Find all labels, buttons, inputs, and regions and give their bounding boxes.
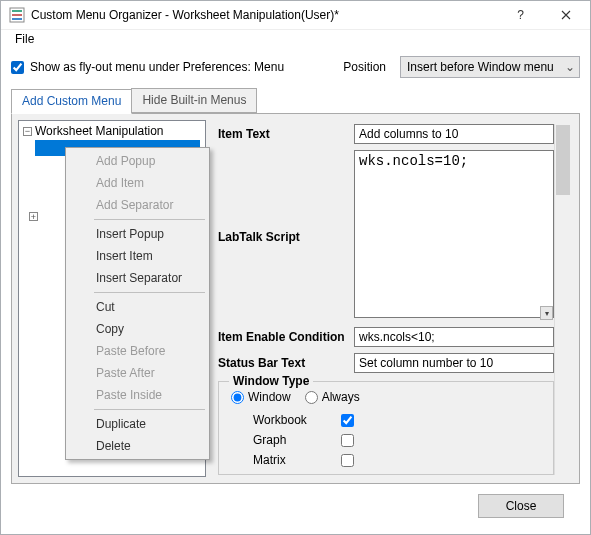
dialog-footer: Close xyxy=(11,484,580,528)
position-label: Position xyxy=(343,60,386,74)
matrix-label: Matrix xyxy=(253,453,341,467)
item-text-input[interactable] xyxy=(354,124,554,144)
chevron-down-icon: ⌄ xyxy=(565,60,575,74)
options-row: Show as fly-out menu under Preferences: … xyxy=(11,56,580,78)
radio-always[interactable] xyxy=(305,391,318,404)
position-combo[interactable]: Insert before Window menu ⌄ xyxy=(400,56,580,78)
titlebar: Custom Menu Organizer - Worksheet Manipu… xyxy=(1,1,590,30)
tab-content: − Worksheet Manipulation + Add Popup Add… xyxy=(11,114,580,484)
enable-label: Item Enable Condition xyxy=(218,330,348,344)
tree-root-node[interactable]: − Worksheet Manipulation xyxy=(21,123,203,139)
cm-paste-after: Paste After xyxy=(68,362,207,384)
svg-rect-3 xyxy=(12,18,22,20)
matrix-row: Matrix xyxy=(231,450,545,470)
cm-add-popup: Add Popup xyxy=(68,150,207,172)
cm-paste-before: Paste Before xyxy=(68,340,207,362)
tree-root-label: Worksheet Manipulation xyxy=(35,124,164,138)
script-wrap: ▾ xyxy=(354,150,554,321)
status-label: Status Bar Text xyxy=(218,356,348,370)
svg-rect-1 xyxy=(12,10,22,12)
collapse-icon[interactable]: − xyxy=(23,127,32,136)
cm-delete[interactable]: Delete xyxy=(68,435,207,457)
tab-hide-builtin[interactable]: Hide Built-in Menus xyxy=(131,88,257,113)
menu-file[interactable]: File xyxy=(7,30,42,48)
close-window-button[interactable] xyxy=(543,1,588,29)
menubar: File xyxy=(1,30,590,48)
cm-copy[interactable]: Copy xyxy=(68,318,207,340)
cm-duplicate[interactable]: Duplicate xyxy=(68,413,207,435)
item-text-label: Item Text xyxy=(218,127,348,141)
cm-separator xyxy=(94,409,205,410)
cm-separator xyxy=(94,292,205,293)
radio-window-label[interactable]: Window xyxy=(231,390,291,404)
window-type-title: Window Type xyxy=(229,374,313,388)
workbook-row: Workbook xyxy=(231,410,545,430)
cm-separator xyxy=(94,219,205,220)
app-icon xyxy=(9,7,25,23)
window-type-group: Window Type Window Always Workbook Graph xyxy=(218,381,554,475)
expand-icon[interactable]: + xyxy=(29,212,38,221)
workbook-label: Workbook xyxy=(253,413,341,427)
cm-add-item: Add Item xyxy=(68,172,207,194)
graph-row: Graph xyxy=(231,430,545,450)
status-input[interactable] xyxy=(354,353,554,373)
cm-insert-item[interactable]: Insert Item xyxy=(68,245,207,267)
scroll-thumb[interactable] xyxy=(556,125,570,195)
flyout-label: Show as fly-out menu under Preferences: … xyxy=(30,60,284,74)
menu-tree[interactable]: − Worksheet Manipulation + Add Popup Add… xyxy=(18,120,206,477)
script-label: LabTalk Script xyxy=(218,228,348,244)
matrix-checkbox[interactable] xyxy=(341,454,354,467)
cm-cut[interactable]: Cut xyxy=(68,296,207,318)
radio-row: Window Always xyxy=(231,390,545,404)
item-form: Item Text LabTalk Script ▾ Item Enable C… xyxy=(218,124,554,475)
cm-add-separator: Add Separator xyxy=(68,194,207,216)
form-scrollbar[interactable] xyxy=(554,124,571,475)
dialog-window: Custom Menu Organizer - Worksheet Manipu… xyxy=(0,0,591,535)
cm-insert-popup[interactable]: Insert Popup xyxy=(68,223,207,245)
close-button[interactable]: Close xyxy=(478,494,564,518)
svg-rect-2 xyxy=(12,14,22,16)
scroll-down-icon[interactable]: ▾ xyxy=(540,306,553,320)
tab-strip: Add Custom Menu Hide Built-in Menus xyxy=(11,88,580,114)
radio-always-label[interactable]: Always xyxy=(305,390,360,404)
window-title: Custom Menu Organizer - Worksheet Manipu… xyxy=(31,8,498,22)
form-pane: Item Text LabTalk Script ▾ Item Enable C… xyxy=(212,114,579,483)
help-button[interactable]: ? xyxy=(498,1,543,29)
graph-label: Graph xyxy=(253,433,341,447)
radio-window[interactable] xyxy=(231,391,244,404)
tab-add-custom[interactable]: Add Custom Menu xyxy=(11,89,132,114)
cm-insert-separator[interactable]: Insert Separator xyxy=(68,267,207,289)
tree-pane: − Worksheet Manipulation + Add Popup Add… xyxy=(12,114,212,483)
flyout-checkbox[interactable] xyxy=(11,61,24,74)
graph-checkbox[interactable] xyxy=(341,434,354,447)
cm-paste-inside: Paste Inside xyxy=(68,384,207,406)
close-icon xyxy=(561,10,571,20)
position-value: Insert before Window menu xyxy=(407,60,554,74)
dialog-body: Show as fly-out menu under Preferences: … xyxy=(1,48,590,535)
context-menu: Add Popup Add Item Add Separator Insert … xyxy=(65,147,210,460)
enable-input[interactable] xyxy=(354,327,554,347)
workbook-checkbox[interactable] xyxy=(341,414,354,427)
script-textarea[interactable] xyxy=(354,150,554,318)
